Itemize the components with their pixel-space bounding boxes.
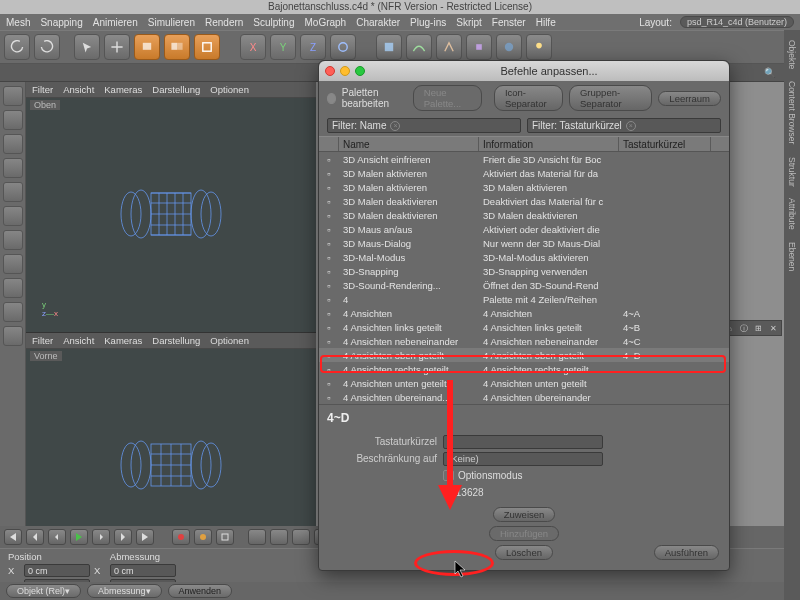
- menu-item[interactable]: Fenster: [492, 17, 526, 28]
- next-frame-button[interactable]: [92, 529, 110, 545]
- vp-menu-item[interactable]: Optionen: [210, 335, 249, 346]
- menu-item[interactable]: Plug-ins: [410, 17, 446, 28]
- coord-system-toggle[interactable]: [330, 34, 356, 60]
- restrict-select[interactable]: (Keine): [443, 452, 603, 466]
- vp-menu-item[interactable]: Ansicht: [63, 84, 94, 95]
- mode-btn[interactable]: [3, 86, 23, 106]
- mode-btn[interactable]: [3, 158, 23, 178]
- command-row[interactable]: ▫3D Maus an/ausAktiviert oder deaktivier…: [319, 222, 729, 236]
- command-row[interactable]: ▫4 Ansichten4 Ansichten4~A: [319, 306, 729, 320]
- filter-shortcut-field[interactable]: Filter: Tastaturkürzel×: [527, 118, 721, 133]
- keyframe-sel-button[interactable]: [216, 529, 234, 545]
- attr-icon[interactable]: ⊞: [755, 324, 762, 333]
- command-row[interactable]: ▫3D Ansicht einfrierenFriert die 3D Ansi…: [319, 152, 729, 166]
- menu-item[interactable]: Charakter: [356, 17, 400, 28]
- icon-separator-button[interactable]: Icon-Separator: [494, 85, 563, 111]
- mode-btn[interactable]: [3, 278, 23, 298]
- new-palette-button[interactable]: Neue Palette...: [413, 85, 482, 111]
- vp-menu-item[interactable]: Optionen: [210, 84, 249, 95]
- attr-icon[interactable]: ✕: [770, 324, 777, 333]
- pos-x-input[interactable]: [24, 564, 90, 577]
- undo-button[interactable]: [4, 34, 30, 60]
- command-row[interactable]: ▫3D Maus-DialogNur wenn der 3D Maus-Dial: [319, 236, 729, 250]
- menu-item[interactable]: Hilfe: [536, 17, 556, 28]
- assign-button[interactable]: Zuweisen: [493, 507, 556, 522]
- menu-item[interactable]: Animieren: [93, 17, 138, 28]
- attribute-mini-toolbar[interactable]: ⌂ ⓘ ⊞ ✕: [722, 320, 782, 336]
- group-separator-button[interactable]: Gruppen-Separator: [569, 85, 652, 111]
- menu-item[interactable]: Mesh: [6, 17, 30, 28]
- col-name[interactable]: Name: [339, 137, 479, 151]
- layout-selector[interactable]: psd_R14_c4d (Benutzer): [680, 16, 794, 28]
- shortcut-input[interactable]: [443, 435, 603, 449]
- vp-menu-item[interactable]: Kameras: [104, 335, 142, 346]
- side-tab[interactable]: Objekte: [787, 36, 797, 73]
- dimension-mode-select[interactable]: Abmessung ▾: [87, 584, 162, 598]
- vp-menu-item[interactable]: Kameras: [104, 84, 142, 95]
- search-icon[interactable]: 🔍: [764, 67, 776, 78]
- menu-item[interactable]: MoGraph: [305, 17, 347, 28]
- clear-icon[interactable]: ×: [626, 121, 636, 131]
- mode-btn[interactable]: [3, 326, 23, 346]
- mode-btn[interactable]: [3, 254, 23, 274]
- next-key-button[interactable]: [114, 529, 132, 545]
- menu-item[interactable]: Snapping: [40, 17, 82, 28]
- picture-viewer-button[interactable]: [194, 34, 220, 60]
- zoom-icon[interactable]: [355, 66, 365, 76]
- mode-btn[interactable]: [3, 206, 23, 226]
- primitive-cube-button[interactable]: [376, 34, 402, 60]
- command-list[interactable]: ▫3D Ansicht einfrierenFriert die 3D Ansi…: [319, 152, 729, 404]
- key-pos-button[interactable]: [248, 529, 266, 545]
- command-row[interactable]: ▫3D Malen deaktivierenDeaktiviert das Ma…: [319, 194, 729, 208]
- dialog-titlebar[interactable]: Befehle anpassen...: [319, 61, 729, 81]
- goto-start-button[interactable]: [4, 529, 22, 545]
- autokey-button[interactable]: [194, 529, 212, 545]
- object-mode-select[interactable]: Objekt (Rel) ▾: [6, 584, 81, 598]
- execute-button[interactable]: Ausführen: [654, 545, 719, 560]
- prev-key-button[interactable]: [26, 529, 44, 545]
- play-button[interactable]: [70, 529, 88, 545]
- vp-menu-item[interactable]: Filter: [32, 84, 53, 95]
- side-tab[interactable]: Attribute: [787, 194, 797, 234]
- command-row[interactable]: ▫3D-Sound-Rendering...Öffnet den 3D-Soun…: [319, 278, 729, 292]
- axis-x-toggle[interactable]: X: [240, 34, 266, 60]
- deformer-button[interactable]: [466, 34, 492, 60]
- filter-name-field[interactable]: Filter: Name×: [327, 118, 521, 133]
- vp-menu-item[interactable]: Ansicht: [63, 335, 94, 346]
- attr-icon[interactable]: ⓘ: [740, 323, 748, 334]
- add-button[interactable]: Hinzufügen: [489, 526, 559, 541]
- menu-item[interactable]: Skript: [456, 17, 482, 28]
- edit-palettes-checkbox[interactable]: [327, 93, 336, 104]
- generator-button[interactable]: [436, 34, 462, 60]
- space-button[interactable]: Leerraum: [658, 91, 721, 106]
- render-button[interactable]: [134, 34, 160, 60]
- environment-button[interactable]: [496, 34, 522, 60]
- command-row[interactable]: ▫4 Ansichten unten geteilt4 Ansichten un…: [319, 376, 729, 390]
- option-mode-checkbox[interactable]: [443, 470, 454, 481]
- minimize-icon[interactable]: [340, 66, 350, 76]
- prev-frame-button[interactable]: [48, 529, 66, 545]
- vp-menu-item[interactable]: Filter: [32, 335, 53, 346]
- key-scale-button[interactable]: [270, 529, 288, 545]
- menu-item[interactable]: Rendern: [205, 17, 243, 28]
- command-row[interactable]: ▫4 Ansichten oben geteilt4 Ansichten obe…: [319, 348, 729, 362]
- command-row[interactable]: ▫4Palette mit 4 Zeilen/Reihen: [319, 292, 729, 306]
- command-row[interactable]: ▫3D Malen aktivieren3D Malen aktivieren: [319, 180, 729, 194]
- viewport-top[interactable]: Oben yz—x: [26, 98, 316, 333]
- redo-button[interactable]: [34, 34, 60, 60]
- mode-btn[interactable]: [3, 134, 23, 154]
- command-row[interactable]: ▫3D Malen deaktivieren3D Malen deaktivie…: [319, 208, 729, 222]
- menu-item[interactable]: Sculpting: [253, 17, 294, 28]
- mode-btn[interactable]: [3, 230, 23, 250]
- vp-menu-item[interactable]: Darstellung: [152, 84, 200, 95]
- command-row[interactable]: ▫4 Ansichten links geteilt4 Ansichten li…: [319, 320, 729, 334]
- spline-button[interactable]: [406, 34, 432, 60]
- mode-btn[interactable]: [3, 182, 23, 202]
- delete-button[interactable]: Löschen: [495, 545, 553, 560]
- dim-x-input[interactable]: [110, 564, 176, 577]
- axis-y-toggle[interactable]: Y: [270, 34, 296, 60]
- side-tab[interactable]: Struktur: [787, 153, 797, 191]
- mode-btn[interactable]: [3, 302, 23, 322]
- record-button[interactable]: [172, 529, 190, 545]
- clear-icon[interactable]: ×: [390, 121, 400, 131]
